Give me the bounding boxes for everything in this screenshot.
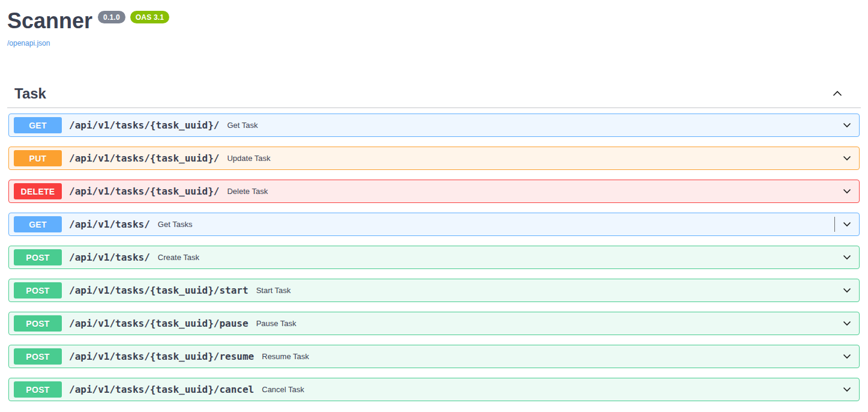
endpoint-summary: Start Task [256,286,841,295]
operation-row[interactable]: PUT /api/v1/tasks/{task_uuid}/ Update Ta… [8,147,860,170]
endpoint-path: /api/v1/tasks/{task_uuid}/resume [69,351,254,362]
operation-row[interactable]: POST /api/v1/tasks/{task_uuid}/start Sta… [8,279,860,302]
endpoint-path: /api/v1/tasks/ [69,252,150,263]
api-info: Scanner 0.1.0 OAS 3.1 /openapi.json [7,0,861,48]
chevron-down-icon[interactable] [841,383,853,395]
endpoint-path: /api/v1/tasks/{task_uuid}/pause [69,318,249,329]
operation-row[interactable]: POST /api/v1/tasks/{task_uuid}/pause Pau… [8,312,860,335]
method-badge: DELETE [14,183,62,199]
endpoint-path: /api/v1/tasks/{task_uuid}/cancel [69,384,254,395]
endpoint-summary: Cancel Task [262,385,841,394]
operation-row[interactable]: POST /api/v1/tasks/{task_uuid}/cancel Ca… [8,378,860,401]
method-badge: POST [14,282,62,298]
operation-row[interactable]: DELETE /api/v1/tasks/{task_uuid}/ Delete… [8,180,860,203]
endpoint-summary: Delete Task [227,187,841,196]
endpoint-path: /api/v1/tasks/{task_uuid}/ [69,120,219,131]
swagger-ui-page: Scanner 0.1.0 OAS 3.1 /openapi.json Task… [0,0,868,401]
oas-badge: OAS 3.1 [130,11,169,23]
endpoint-path: /api/v1/tasks/ [69,219,150,230]
chevron-down-icon[interactable] [841,185,853,197]
chevron-down-icon[interactable] [841,119,853,131]
chevron-down-icon[interactable] [841,317,853,329]
endpoint-summary: Create Task [158,253,841,262]
api-title: Scanner [7,10,92,32]
chevron-down-icon[interactable] [841,152,853,164]
tag-section-header[interactable]: Task [7,85,861,108]
method-badge: POST [14,381,62,398]
endpoint-summary: Update Task [227,154,841,163]
operation-list: GET /api/v1/tasks/{task_uuid}/ Get Task … [8,108,860,401]
text-cursor [834,217,835,232]
chevron-down-icon[interactable] [841,350,853,362]
operation-row[interactable]: GET /api/v1/tasks/ Get Tasks [8,213,860,236]
operation-row[interactable]: POST /api/v1/tasks/ Create Task [8,246,860,269]
method-badge: POST [14,315,62,332]
tag-title: Task [14,85,46,102]
chevron-down-icon[interactable] [841,284,853,296]
endpoint-path: /api/v1/tasks/{task_uuid}/ [69,153,219,164]
chevron-down-icon[interactable] [841,251,853,263]
chevron-down-icon[interactable] [841,218,853,230]
method-badge: GET [14,216,62,232]
method-badge: POST [14,249,62,265]
version-badge: 0.1.0 [98,11,125,23]
endpoint-summary: Pause Task [256,319,841,328]
operation-row[interactable]: GET /api/v1/tasks/{task_uuid}/ Get Task [8,114,860,137]
method-badge: POST [14,348,62,365]
endpoint-summary: Resume Task [262,352,841,361]
tag-section-task: Task GET /api/v1/tasks/{task_uuid}/ Get … [7,85,861,401]
method-badge: GET [14,117,62,133]
openapi-spec-link[interactable]: /openapi.json [7,39,50,47]
endpoint-path: /api/v1/tasks/{task_uuid}/ [69,186,219,197]
endpoint-path: /api/v1/tasks/{task_uuid}/start [69,285,249,296]
chevron-up-icon[interactable] [831,87,844,100]
method-badge: PUT [14,150,62,166]
endpoint-summary: Get Tasks [158,220,834,229]
operation-row[interactable]: POST /api/v1/tasks/{task_uuid}/resume Re… [8,345,860,368]
endpoint-summary: Get Task [227,121,841,130]
